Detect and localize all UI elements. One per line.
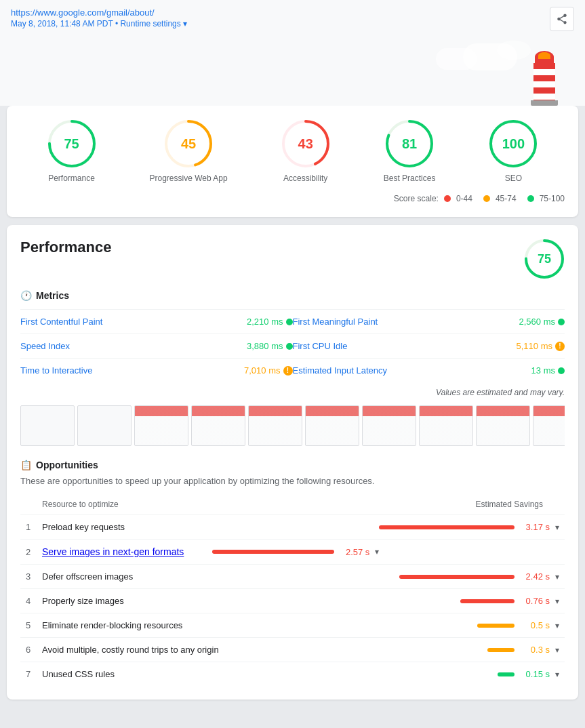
score-label-seo: SEO <box>505 174 522 183</box>
score-item-pwa[interactable]: 45 Progressive Web App <box>150 119 228 183</box>
metric-value: 2,210 ms <box>247 317 292 327</box>
metric-check-dot <box>558 319 565 325</box>
section-score-num: 75 <box>538 252 551 266</box>
scale-orange-dot <box>483 195 490 202</box>
page-url[interactable]: https://www.google.com/gmail/about/ <box>11 7 155 18</box>
score-number-seo: 100 <box>502 136 525 152</box>
opportunity-row: 4 Properly size images 0.76 s ▾ <box>20 588 565 613</box>
metric-label: Speed Index <box>20 341 70 351</box>
opp-bar <box>460 599 515 603</box>
opp-bar-area: 0.3 s ▾ <box>369 645 559 655</box>
metric-value: 2,560 ms <box>519 317 565 327</box>
opp-num: 7 <box>26 669 37 679</box>
metric-label: Time to Interactive <box>20 365 92 376</box>
score-label-accessibility: Accessibility <box>283 174 327 183</box>
opp-chevron-icon[interactable]: ▾ <box>555 621 559 630</box>
hero-area <box>0 38 585 106</box>
opp-bar-area: 3.17 s ▾ <box>369 522 559 532</box>
filmstrip-frame <box>476 405 530 446</box>
opportunities-table-header: Resource to optimize Estimated Savings <box>20 497 565 514</box>
filmstrip <box>20 403 565 449</box>
filmstrip-frame <box>533 405 565 446</box>
performance-section: Performance 75 🕐 Metrics First Contentfu… <box>7 225 578 700</box>
metric-value: 3,880 ms <box>247 341 292 351</box>
opportunity-row: 5 Eliminate render-blocking resources 0.… <box>20 613 565 637</box>
opp-value: 3.17 s <box>520 522 550 532</box>
score-circle-best-practices: 81 <box>385 119 434 168</box>
filmstrip-frame <box>77 405 132 446</box>
filmstrip-frame <box>20 405 75 446</box>
opp-bar <box>498 672 515 676</box>
opp-label: Eliminate render-blocking resources <box>42 620 364 630</box>
score-label-performance: Performance <box>48 174 95 183</box>
opp-bar <box>477 624 515 628</box>
opportunity-row: 2 Serve images in next-gen formats 2.57 … <box>20 539 565 564</box>
page-header: https://www.google.com/gmail/about/ May … <box>0 0 585 38</box>
metrics-col-1: First Contentful Paint 2,210 ms Speed In… <box>20 309 293 382</box>
metric-value: 5,110 ms ! <box>517 341 565 351</box>
opp-chevron-icon[interactable]: ▾ <box>555 596 559 606</box>
opp-chevron-icon[interactable]: ▾ <box>555 670 559 679</box>
metric-row: Speed Index 3,880 ms <box>20 333 293 358</box>
opportunities-list: 1 Preload key requests 3.17 s ▾ 2 Serve … <box>20 514 565 686</box>
opp-num: 3 <box>26 571 37 582</box>
opp-label: Avoid multiple, costly round trips to an… <box>42 645 364 655</box>
opp-bar <box>379 525 515 529</box>
opportunities-header: 📋 Opportunities <box>20 460 565 470</box>
score-label-pwa: Progressive Web App <box>150 174 228 183</box>
section-title: Performance <box>20 239 112 256</box>
filmstrip-frame <box>362 405 416 446</box>
values-note: Values are estimated and may vary. <box>20 388 565 397</box>
opp-num: 1 <box>26 522 37 532</box>
opp-chevron-icon[interactable]: ▾ <box>375 547 379 557</box>
share-button[interactable] <box>550 7 574 31</box>
scale-red-dot <box>444 195 451 202</box>
metric-value: 7,010 ms ! <box>244 365 292 376</box>
opp-bar <box>212 550 334 554</box>
opportunity-row: 1 Preload key requests 3.17 s ▾ <box>20 514 565 539</box>
metric-row: First CPU Idle 5,110 ms ! <box>293 333 565 358</box>
score-label-best-practices: Best Practices <box>384 174 436 183</box>
opportunity-row: 7 Unused CSS rules 0.15 s ▾ <box>20 662 565 686</box>
opp-chevron-icon[interactable]: ▾ <box>555 523 559 532</box>
filmstrip-frame <box>134 405 188 446</box>
opp-bar-area: 0.76 s ▾ <box>369 596 559 606</box>
opp-value: 0.76 s <box>520 596 550 606</box>
opp-value: 0.5 s <box>520 620 550 630</box>
opportunity-row: 6 Avoid multiple, costly round trips to … <box>20 637 565 662</box>
filmstrip-frame <box>419 405 473 446</box>
col-resource: Resource to optimize <box>42 500 301 509</box>
opp-value: 2.57 s <box>340 547 369 557</box>
metric-label: First CPU Idle <box>293 341 348 351</box>
scale-green-dot <box>527 195 534 202</box>
opp-label: Properly size images <box>42 596 364 606</box>
metric-row: Estimated Input Latency 13 ms <box>293 358 565 382</box>
col-savings: Estimated Savings <box>301 500 560 509</box>
filmstrip-frame <box>305 405 359 446</box>
score-number-accessibility: 43 <box>298 136 313 152</box>
score-circle-seo: 100 <box>489 119 538 168</box>
score-item-accessibility[interactable]: 43 Accessibility <box>281 119 330 183</box>
score-circle-pwa: 45 <box>164 119 213 168</box>
filmstrip-frame <box>248 405 302 446</box>
metric-check-dot <box>286 343 293 350</box>
score-number-pwa: 45 <box>181 136 196 152</box>
opp-num: 6 <box>26 645 37 655</box>
opp-link[interactable]: Serve images in next-gen formats <box>42 546 184 557</box>
scale-row: Score scale: 0-44 45-74 75-100 <box>20 194 565 203</box>
header-subtitle: May 8, 2018, 11:48 AM PDT • Runtime sett… <box>11 19 187 28</box>
opp-num: 4 <box>26 596 37 606</box>
metric-row: First Meaningful Paint 2,560 ms <box>293 309 565 333</box>
score-item-performance[interactable]: 75 Performance <box>47 119 96 183</box>
score-item-best-practices[interactable]: 81 Best Practices <box>384 119 436 183</box>
score-circle-performance: 75 <box>47 119 96 168</box>
runtime-settings-link[interactable]: Runtime settings <box>120 19 180 28</box>
section-score-circle: 75 <box>524 239 565 279</box>
scores-row: 75 Performance 45 Progressive Web App 43… <box>20 119 565 183</box>
opp-chevron-icon[interactable]: ▾ <box>555 572 559 582</box>
score-number-performance: 75 <box>64 136 79 152</box>
metric-label: First Contentful Paint <box>20 317 102 327</box>
score-item-seo[interactable]: 100 SEO <box>489 119 538 183</box>
opp-chevron-icon[interactable]: ▾ <box>555 645 559 655</box>
metric-row: First Contentful Paint 2,210 ms <box>20 309 293 333</box>
